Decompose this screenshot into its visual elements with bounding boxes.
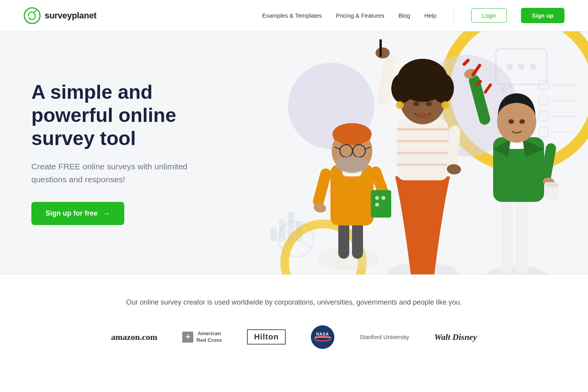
redcross-logo: + AmericanRed Cross — [182, 330, 222, 344]
person-right — [462, 58, 559, 274]
logo[interactable]: surveyplanet — [24, 7, 96, 24]
svg-point-55 — [422, 65, 445, 85]
hero-right — [265, 31, 588, 274]
person-left — [312, 123, 391, 270]
disney-logo-text: Walt Disney — [434, 332, 477, 342]
hero-cta-label: Sign up for free — [45, 209, 98, 218]
hilton-logo: Hilton — [247, 329, 286, 345]
svg-rect-40 — [371, 190, 391, 218]
svg-point-42 — [375, 203, 379, 207]
svg-rect-68 — [501, 196, 513, 274]
svg-point-73 — [508, 119, 514, 124]
nav-pricing[interactable]: Pricing & Features — [336, 12, 384, 19]
svg-rect-37 — [312, 167, 332, 208]
svg-point-74 — [519, 119, 525, 124]
trusted-headline: Our online survey creator is used worldw… — [24, 297, 564, 308]
stanford-logo-text: Stanford University — [359, 333, 409, 341]
hero-cta-button[interactable]: Sign up for free → — [31, 202, 124, 225]
svg-rect-30 — [333, 134, 371, 140]
signup-button[interactable]: Sign up — [521, 8, 564, 23]
trusted-section: Our online survey creator is used worldw… — [0, 274, 588, 372]
brand-logos-row: amazon.com + AmericanRed Cross Hilton NA… — [24, 325, 564, 349]
cta-arrow-icon: → — [102, 209, 110, 218]
hero-title: A simple and powerful online survey tool — [31, 81, 235, 150]
logo-icon — [24, 7, 41, 24]
svg-point-60 — [416, 113, 429, 118]
amazon-logo: amazon.com — [111, 332, 157, 342]
svg-point-54 — [399, 65, 423, 85]
svg-point-58 — [413, 102, 419, 106]
nav-divider — [454, 9, 454, 23]
svg-point-0 — [24, 8, 40, 24]
svg-text:NASA: NASA — [316, 332, 329, 336]
svg-rect-69 — [516, 196, 528, 274]
redcross-plus-icon: + — [182, 332, 193, 343]
svg-rect-77 — [462, 58, 470, 66]
svg-point-59 — [426, 102, 432, 106]
svg-point-62 — [376, 47, 390, 58]
svg-rect-2 — [270, 227, 277, 241]
main-nav: Examples & Templates Pricing & Features … — [262, 8, 564, 23]
hero-illustration — [285, 39, 568, 274]
stanford-logo: Stanford University — [359, 333, 409, 341]
svg-rect-80 — [483, 83, 492, 94]
nasa-logo: NASA — [311, 325, 334, 349]
hilton-logo-text: Hilton — [247, 329, 286, 345]
svg-point-36 — [336, 156, 368, 173]
hero-subtitle: Create FREE online surveys with unlimite… — [31, 160, 204, 186]
svg-point-56 — [396, 101, 404, 109]
login-button[interactable]: Login — [471, 8, 507, 23]
svg-line-1 — [34, 11, 36, 13]
svg-point-43 — [381, 196, 385, 200]
nav-examples[interactable]: Examples & Templates — [262, 12, 322, 19]
logo-text: surveyplanet — [45, 11, 96, 21]
amazon-logo-text: amazon.com — [111, 332, 157, 342]
disney-logo: Walt Disney — [434, 332, 477, 342]
hero-section: A simple and powerful online survey tool… — [0, 31, 588, 274]
svg-rect-84 — [546, 183, 558, 187]
nav-help[interactable]: Help — [424, 12, 436, 19]
nasa-emblem: NASA — [312, 326, 334, 348]
svg-point-57 — [441, 101, 449, 109]
svg-point-41 — [375, 196, 379, 200]
nasa-circle-icon: NASA — [311, 325, 334, 349]
nav-blog[interactable]: Blog — [398, 12, 410, 19]
redcross-text: AmericanRed Cross — [196, 330, 222, 344]
person-center — [376, 39, 461, 274]
svg-rect-65 — [446, 125, 461, 169]
hero-left: A simple and powerful online survey tool… — [0, 31, 265, 274]
svg-rect-63 — [379, 39, 382, 57]
